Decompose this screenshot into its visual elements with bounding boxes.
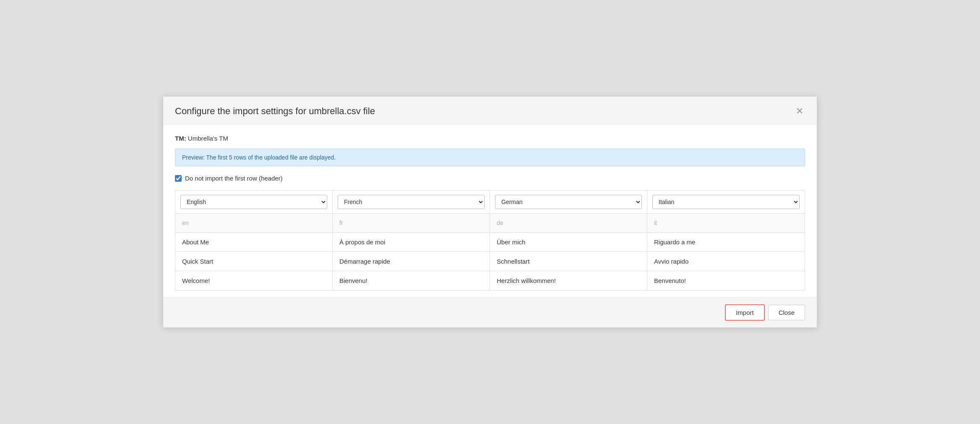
- cell-3-2: Bienvenu!: [333, 271, 490, 290]
- dialog-header: Configure the import settings for umbrel…: [163, 97, 817, 125]
- code-cell-de: de: [490, 214, 647, 233]
- code-cell-fr: fr: [333, 214, 490, 233]
- dialog-footer: Import Close: [163, 297, 817, 327]
- language-select-4[interactable]: English French German Italian Spanish: [652, 195, 800, 209]
- cell-3-3: Herzlich willkommen!: [490, 271, 647, 290]
- tm-value: Umbrella's TM: [188, 135, 228, 142]
- cell-1-3: Über mich: [490, 233, 647, 252]
- skip-header-label[interactable]: Do not import the first row (header): [185, 175, 283, 182]
- cell-2-2: Démarrage rapide: [333, 252, 490, 271]
- language-select-3[interactable]: English French German Italian Spanish: [495, 195, 642, 209]
- close-button[interactable]: Close: [768, 305, 805, 320]
- import-button[interactable]: Import: [725, 304, 765, 321]
- skip-header-checkbox[interactable]: [175, 175, 182, 182]
- cell-1-4: Riguardo a me: [647, 233, 805, 252]
- cell-2-3: Schnellstart: [490, 252, 647, 271]
- data-rows: en fr de it About Me À propos de moi Übe…: [175, 214, 805, 290]
- preview-text: Preview: The first 5 rows of the uploade…: [182, 154, 336, 161]
- column-headers: English French German Italian Spanish En…: [175, 191, 805, 214]
- cell-1-1: About Me: [175, 233, 333, 252]
- col-header-1: English French German Italian Spanish: [175, 191, 333, 213]
- data-table: English French German Italian Spanish En…: [175, 190, 805, 291]
- cell-2-4: Avvio rapido: [647, 252, 805, 271]
- cell-3-1: Welcome!: [175, 271, 333, 290]
- header-checkbox-row: Do not import the first row (header): [175, 175, 805, 182]
- code-cell-en: en: [175, 214, 333, 233]
- import-settings-dialog: Configure the import settings for umbrel…: [163, 96, 817, 328]
- col-header-4: English French German Italian Spanish: [647, 191, 805, 213]
- tm-label: TM: Umbrella's TM: [175, 135, 805, 142]
- code-cell-it: it: [647, 214, 805, 233]
- preview-banner: Preview: The first 5 rows of the uploade…: [175, 149, 805, 166]
- dialog-title: Configure the import settings for umbrel…: [175, 106, 375, 117]
- cell-3-4: Benvenuto!: [647, 271, 805, 290]
- dialog-close-icon[interactable]: ✕: [794, 105, 805, 118]
- col-header-2: English French German Italian Spanish: [333, 191, 490, 213]
- dialog-body: TM: Umbrella's TM Preview: The first 5 r…: [163, 125, 817, 297]
- cell-2-1: Quick Start: [175, 252, 333, 271]
- language-select-1[interactable]: English French German Italian Spanish: [180, 195, 327, 209]
- col-header-3: English French German Italian Spanish: [490, 191, 647, 213]
- language-select-2[interactable]: English French German Italian Spanish: [338, 195, 485, 209]
- cell-1-2: À propos de moi: [333, 233, 490, 252]
- tm-label-key: TM:: [175, 135, 186, 142]
